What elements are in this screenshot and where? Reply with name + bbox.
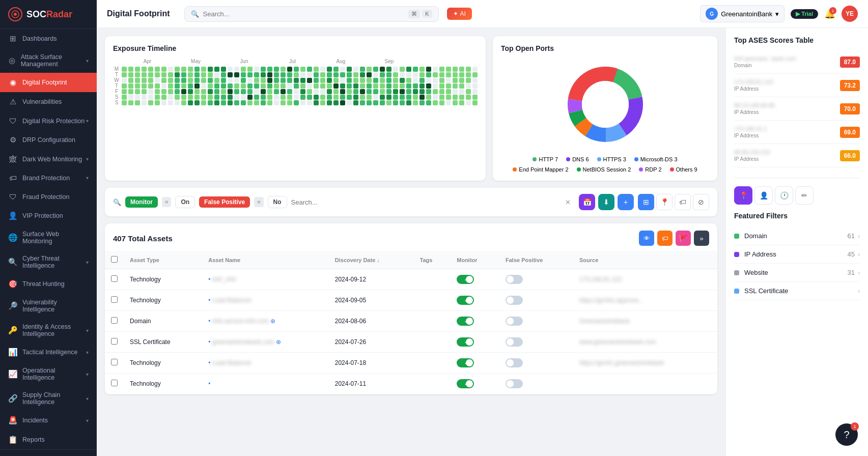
filter-search-input[interactable] bbox=[291, 198, 561, 206]
timeline-cell[interactable] bbox=[419, 95, 425, 100]
timeline-cell[interactable] bbox=[261, 95, 266, 100]
timeline-cell[interactable] bbox=[221, 95, 226, 100]
timeline-cell[interactable] bbox=[386, 89, 391, 94]
timeline-cell[interactable] bbox=[360, 89, 365, 94]
panel-tab-user[interactable]: 👤 bbox=[754, 186, 773, 205]
timeline-cell[interactable] bbox=[406, 67, 411, 72]
timeline-cell[interactable] bbox=[373, 78, 378, 83]
timeline-cell[interactable] bbox=[314, 83, 319, 89]
timeline-cell[interactable] bbox=[234, 83, 239, 89]
table-orange-button[interactable]: 🏷 bbox=[657, 231, 673, 246]
timeline-cell[interactable] bbox=[188, 89, 193, 94]
timeline-cell[interactable] bbox=[175, 83, 180, 89]
monitor-toggle[interactable]: ✓ bbox=[451, 290, 499, 311]
timeline-cell[interactable] bbox=[367, 67, 372, 72]
timeline-cell[interactable] bbox=[400, 83, 405, 89]
timeline-cell[interactable] bbox=[419, 78, 425, 83]
timeline-cell[interactable] bbox=[135, 89, 140, 94]
sidebar-item-cyber-threat[interactable]: 🔍Cyber Threat Intelligence ▾ bbox=[0, 250, 97, 274]
timeline-cell[interactable] bbox=[142, 95, 147, 100]
timeline-cell[interactable] bbox=[300, 83, 305, 89]
timeline-cell[interactable] bbox=[208, 78, 213, 83]
timeline-cell[interactable] bbox=[400, 78, 405, 83]
timeline-cell[interactable] bbox=[373, 100, 378, 105]
timeline-cell[interactable] bbox=[122, 89, 127, 94]
timeline-cell[interactable] bbox=[267, 83, 272, 89]
timeline-cell[interactable] bbox=[373, 89, 378, 94]
timeline-cell[interactable] bbox=[274, 67, 279, 72]
timeline-cell[interactable] bbox=[274, 100, 279, 105]
timeline-cell[interactable] bbox=[439, 67, 444, 72]
timeline-cell[interactable] bbox=[128, 89, 133, 94]
timeline-cell[interactable] bbox=[294, 67, 299, 72]
timeline-cell[interactable] bbox=[247, 72, 253, 77]
sidebar-item-drp-config[interactable]: ⚙DRP Configuration bbox=[0, 130, 97, 150]
timeline-cell[interactable] bbox=[201, 78, 206, 83]
timeline-cell[interactable] bbox=[353, 95, 358, 100]
timeline-cell[interactable] bbox=[340, 89, 345, 94]
timeline-cell[interactable] bbox=[214, 89, 219, 94]
timeline-cell[interactable] bbox=[360, 67, 365, 72]
timeline-cell[interactable] bbox=[175, 89, 180, 94]
timeline-cell[interactable] bbox=[194, 83, 200, 89]
timeline-cell[interactable] bbox=[446, 89, 451, 94]
sidebar-item-dashboards[interactable]: ⊞Dashboards bbox=[0, 29, 97, 48]
timeline-cell[interactable] bbox=[247, 100, 253, 105]
timeline-cell[interactable] bbox=[267, 67, 272, 72]
timeline-cell[interactable] bbox=[419, 100, 425, 105]
sidebar-item-vip-protection[interactable]: 👤VIP Protection bbox=[0, 206, 97, 225]
timeline-cell[interactable] bbox=[347, 78, 352, 83]
timeline-cell[interactable] bbox=[433, 67, 438, 72]
filter-domain[interactable]: Domain 61 › bbox=[734, 227, 860, 245]
row-checkbox[interactable] bbox=[111, 296, 118, 303]
timeline-cell[interactable] bbox=[393, 83, 398, 89]
timeline-cell[interactable] bbox=[433, 100, 438, 105]
timeline-cell[interactable] bbox=[247, 83, 253, 89]
timeline-cell[interactable] bbox=[201, 89, 206, 94]
timeline-cell[interactable] bbox=[161, 78, 166, 83]
timeline-cell[interactable] bbox=[413, 100, 418, 105]
timeline-cell[interactable] bbox=[228, 83, 233, 89]
select-all-checkbox[interactable] bbox=[111, 256, 118, 263]
timeline-cell[interactable] bbox=[333, 83, 339, 89]
help-button[interactable]: ? 1 bbox=[835, 423, 858, 446]
timeline-cell[interactable] bbox=[453, 89, 458, 94]
timeline-cell[interactable] bbox=[347, 95, 352, 100]
timeline-cell[interactable] bbox=[340, 72, 345, 77]
timeline-cell[interactable] bbox=[168, 78, 173, 83]
calendar-filter-button[interactable]: 📅 bbox=[579, 194, 595, 210]
timeline-cell[interactable] bbox=[466, 89, 471, 94]
timeline-cell[interactable] bbox=[327, 83, 332, 89]
monitor-toggle[interactable]: ✓ bbox=[451, 269, 499, 290]
timeline-cell[interactable] bbox=[122, 100, 127, 105]
timeline-cell[interactable] bbox=[433, 95, 438, 100]
timeline-cell[interactable] bbox=[419, 72, 425, 77]
timeline-cell[interactable] bbox=[314, 89, 319, 94]
timeline-cell[interactable] bbox=[314, 72, 319, 77]
timeline-cell[interactable] bbox=[340, 67, 345, 72]
timeline-cell[interactable] bbox=[241, 67, 246, 72]
timeline-cell[interactable] bbox=[453, 72, 458, 77]
timeline-cell[interactable] bbox=[208, 67, 213, 72]
global-search-input[interactable] bbox=[203, 10, 405, 18]
timeline-cell[interactable] bbox=[261, 89, 266, 94]
timeline-cell[interactable] bbox=[294, 95, 299, 100]
timeline-cell[interactable] bbox=[122, 78, 127, 83]
timeline-cell[interactable] bbox=[393, 72, 398, 77]
timeline-cell[interactable] bbox=[426, 78, 431, 83]
timeline-cell[interactable] bbox=[194, 89, 200, 94]
timeline-cell[interactable] bbox=[281, 83, 286, 89]
add-filter-button[interactable]: + bbox=[618, 194, 634, 210]
timeline-cell[interactable] bbox=[360, 72, 365, 77]
timeline-cell[interactable] bbox=[439, 100, 444, 105]
timeline-cell[interactable] bbox=[181, 100, 186, 105]
timeline-cell[interactable] bbox=[320, 83, 325, 89]
timeline-cell[interactable] bbox=[254, 67, 259, 72]
timeline-cell[interactable] bbox=[181, 72, 186, 77]
timeline-cell[interactable] bbox=[148, 83, 153, 89]
timeline-cell[interactable] bbox=[400, 72, 405, 77]
timeline-cell[interactable] bbox=[261, 83, 266, 89]
timeline-cell[interactable] bbox=[453, 100, 458, 105]
sidebar-item-identity-access[interactable]: 🔑Identity & Access Intelligence ▾ bbox=[0, 318, 97, 343]
timeline-cell[interactable] bbox=[459, 67, 464, 72]
